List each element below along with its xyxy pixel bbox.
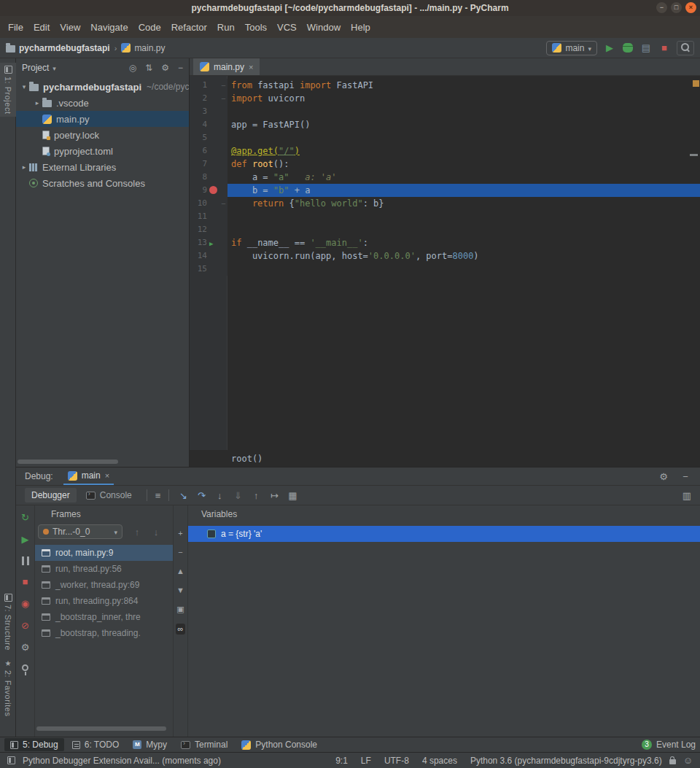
title-bar[interactable]: pycharmdebugfastapi [~/code/pycharmdebug… bbox=[0, 0, 700, 16]
debug-icon[interactable] bbox=[623, 43, 633, 53]
tree-item-pyproject-toml[interactable]: pyproject.toml bbox=[16, 143, 189, 159]
context-breadcrumb[interactable]: root() bbox=[231, 454, 262, 464]
code-line-3[interactable]: 3 bbox=[190, 105, 700, 118]
run-line-icon[interactable]: ▶ bbox=[207, 236, 219, 249]
run-to-cursor-icon[interactable]: ↦ bbox=[268, 490, 280, 501]
menu-item-navigate[interactable]: Navigate bbox=[85, 20, 133, 35]
menu-item-tools[interactable]: Tools bbox=[240, 20, 272, 35]
step-into-icon[interactable]: ↓ bbox=[214, 490, 225, 501]
menu-item-help[interactable]: Help bbox=[346, 20, 376, 35]
stop-icon[interactable]: ■ bbox=[659, 43, 669, 53]
search-everywhere-button[interactable] bbox=[677, 41, 694, 55]
toolwindow-tab-5-debug[interactable]: 5: Debug bbox=[4, 738, 64, 751]
resume-icon[interactable]: ▶ bbox=[22, 535, 29, 545]
code-line-14[interactable]: 14 uvicorn.run(app, host='0.0.0.0', port… bbox=[190, 249, 700, 263]
run-icon[interactable]: ▶ bbox=[604, 43, 615, 53]
tree-expand-icon[interactable]: ▸ bbox=[19, 163, 29, 171]
settings-icon[interactable]: ⚙ bbox=[161, 63, 169, 73]
code-line-5[interactable]: 5 bbox=[190, 131, 700, 144]
tree-expand-icon[interactable]: ▾ bbox=[19, 83, 29, 90]
code-line-4[interactable]: 4app = FastAPI() bbox=[190, 118, 700, 131]
code-line-15[interactable]: 15 bbox=[190, 263, 700, 276]
toolwindow-tab-mypy[interactable]: Mypy bbox=[127, 738, 173, 751]
view-breakpoints-table-icon[interactable]: ▦ bbox=[287, 490, 298, 501]
debug-session-tab[interactable]: main × bbox=[63, 468, 114, 485]
pause-icon[interactable] bbox=[22, 556, 29, 565]
menu-item-window[interactable]: Window bbox=[302, 20, 346, 35]
menu-item-edit[interactable]: Edit bbox=[28, 20, 55, 35]
coverage-icon[interactable]: ▤ bbox=[641, 43, 651, 53]
remove-watch-icon[interactable]: − bbox=[178, 548, 182, 557]
debug-tab-debugger[interactable]: Debugger bbox=[25, 488, 77, 503]
code-line-9[interactable]: 9 b = "b" + a bbox=[190, 184, 700, 197]
menu-item-file[interactable]: File bbox=[3, 20, 28, 35]
code-line-7[interactable]: 7def root(): bbox=[190, 158, 700, 171]
move-watch-down-icon[interactable]: ▼ bbox=[176, 586, 184, 595]
tool-window-toggle-icon[interactable] bbox=[7, 756, 15, 764]
code-area[interactable]: 1–from fastapi import FastAPI2–import uv… bbox=[190, 76, 700, 450]
tree-item-main-py[interactable]: main.py bbox=[16, 111, 189, 127]
step-out-icon[interactable]: ↑ bbox=[250, 490, 262, 501]
status-item-4-spaces[interactable]: 4 spaces bbox=[422, 756, 457, 766]
options-menu-icon[interactable]: ≡ bbox=[155, 490, 161, 501]
pin-tab-icon[interactable] bbox=[22, 664, 28, 671]
force-step-into-icon[interactable]: ⇓ bbox=[232, 490, 244, 501]
tree-item-vscode[interactable]: ▸.vscode bbox=[16, 95, 189, 111]
view-breakpoints-icon[interactable]: ◉ bbox=[21, 599, 29, 609]
status-item-utf-8[interactable]: UTF-8 bbox=[384, 756, 409, 766]
menu-item-view[interactable]: View bbox=[55, 20, 85, 35]
next-frame-icon[interactable]: ↓ bbox=[150, 527, 162, 538]
menu-item-refactor[interactable]: Refactor bbox=[166, 20, 212, 35]
maximize-button[interactable]: □ bbox=[671, 2, 682, 13]
status-item-lf[interactable]: LF bbox=[361, 756, 371, 766]
frame-item-bootstrap-inner-thre[interactable]: _bootstrap_inner, thre bbox=[35, 609, 173, 625]
toolwindow-tab-6-todo[interactable]: 6: TODO bbox=[66, 738, 125, 751]
variable-row[interactable]: a = {str} 'a' bbox=[188, 526, 700, 542]
breadcrumb-item-main-py[interactable]: main.py bbox=[121, 43, 165, 53]
horizontal-scrollbar[interactable] bbox=[18, 459, 118, 464]
code-line-6[interactable]: 6@app.get("/") bbox=[190, 144, 700, 158]
code-line-10[interactable]: 10– return {"hello world": b} bbox=[190, 197, 700, 210]
mute-breakpoints-icon[interactable]: ⊘ bbox=[21, 621, 29, 631]
tree-item-external-libraries[interactable]: ▸External Libraries bbox=[16, 159, 189, 175]
settings-icon[interactable]: ⚙ bbox=[658, 471, 669, 482]
breakpoint-icon[interactable] bbox=[207, 184, 219, 197]
code-line-8[interactable]: 8 a = "a" a: 'a' bbox=[190, 171, 700, 184]
close-icon[interactable]: × bbox=[105, 471, 109, 480]
move-watch-up-icon[interactable]: ▲ bbox=[176, 567, 184, 576]
menu-item-run[interactable]: Run bbox=[212, 20, 240, 35]
stripe-button-project[interactable]: 1: Project bbox=[0, 63, 16, 117]
hide-panel-icon[interactable]: − bbox=[178, 63, 183, 73]
duplicate-watch-icon[interactable]: ▣ bbox=[176, 605, 184, 614]
run-config-selector[interactable]: main bbox=[546, 41, 597, 55]
frame-item-run-threading-py-864[interactable]: run, threading.py:864 bbox=[35, 593, 173, 609]
debugger-settings-icon[interactable]: ⚙ bbox=[21, 643, 30, 653]
show-watches-in-variables-icon[interactable]: ∞ bbox=[176, 624, 186, 635]
frame-item-bootstrap-threading[interactable]: _bootstrap, threading. bbox=[35, 625, 173, 641]
minimize-button[interactable]: − bbox=[656, 2, 667, 13]
menu-item-code[interactable]: Code bbox=[133, 20, 166, 35]
locate-file-icon[interactable]: ◎ bbox=[129, 63, 136, 73]
thread-selector[interactable]: Thr...-0_0 bbox=[38, 524, 122, 539]
code-line-12[interactable]: 12 bbox=[190, 223, 700, 236]
status-item-python-3-6-pycharmdebugfastapi-9cdjtyrg-py3-6[interactable]: Python 3.6 (pycharmdebugfastapi-9cdjtyrg… bbox=[470, 756, 662, 766]
lock-icon[interactable] bbox=[669, 759, 676, 764]
event-log-button[interactable]: 3 Event Log bbox=[642, 740, 696, 750]
status-item-9-1[interactable]: 9:1 bbox=[335, 756, 348, 766]
code-line-11[interactable]: 11 bbox=[190, 210, 700, 223]
rerun-icon[interactable]: ↻ bbox=[21, 513, 29, 523]
stop-icon[interactable]: ■ bbox=[23, 577, 28, 587]
code-line-1[interactable]: 1–from fastapi import FastAPI bbox=[190, 79, 700, 92]
layout-settings-icon[interactable]: ▥ bbox=[682, 490, 691, 501]
editor-tab-main-py[interactable]: main.py × bbox=[193, 58, 260, 75]
previous-frame-icon[interactable]: ↑ bbox=[131, 527, 143, 538]
step-over-icon[interactable]: ↷ bbox=[195, 490, 207, 501]
debug-tab-console[interactable]: Console bbox=[79, 488, 139, 503]
menu-item-vcs[interactable]: VCS bbox=[272, 20, 302, 35]
tree-item-poetry-lock[interactable]: poetry.lock bbox=[16, 127, 189, 143]
code-line-13[interactable]: 13▶if __name__ == '__main__': bbox=[190, 236, 700, 249]
stripe-button-structure[interactable]: 7: Structure bbox=[0, 591, 16, 653]
code-line-2[interactable]: 2–import uvicorn bbox=[190, 92, 700, 105]
close-icon[interactable]: × bbox=[249, 63, 253, 71]
tree-item-pycharmdebugfastapi[interactable]: ▾pycharmdebugfastapi~/code/pycharmdebugf… bbox=[16, 79, 189, 95]
